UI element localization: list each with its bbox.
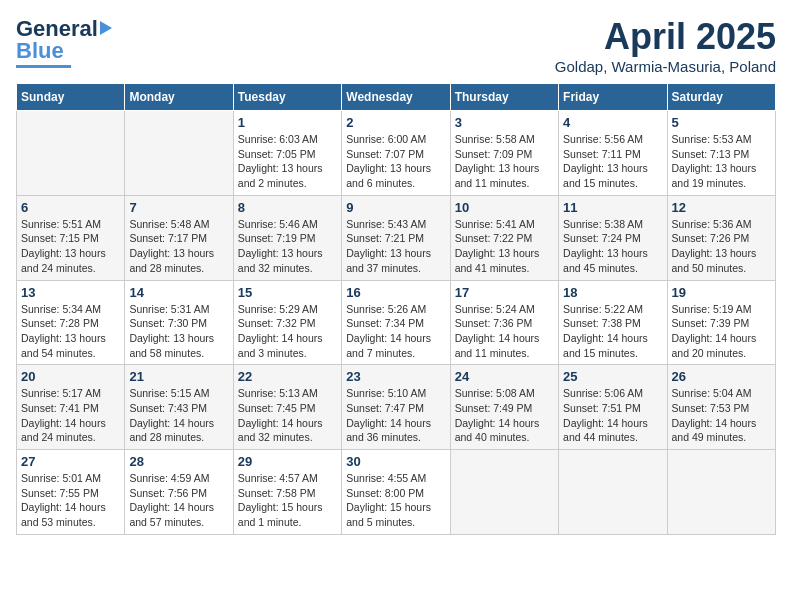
day-info: Sunrise: 5:08 AM Sunset: 7:49 PM Dayligh…	[455, 386, 554, 445]
calendar-day: 10Sunrise: 5:41 AM Sunset: 7:22 PM Dayli…	[450, 195, 558, 280]
calendar-day: 23Sunrise: 5:10 AM Sunset: 7:47 PM Dayli…	[342, 365, 450, 450]
day-info: Sunrise: 5:15 AM Sunset: 7:43 PM Dayligh…	[129, 386, 228, 445]
day-number: 24	[455, 369, 554, 384]
calendar-day: 9Sunrise: 5:43 AM Sunset: 7:21 PM Daylig…	[342, 195, 450, 280]
day-info: Sunrise: 5:46 AM Sunset: 7:19 PM Dayligh…	[238, 217, 337, 276]
day-number: 2	[346, 115, 445, 130]
day-info: Sunrise: 5:29 AM Sunset: 7:32 PM Dayligh…	[238, 302, 337, 361]
day-header-tuesday: Tuesday	[233, 84, 341, 111]
calendar-day: 8Sunrise: 5:46 AM Sunset: 7:19 PM Daylig…	[233, 195, 341, 280]
calendar-day: 25Sunrise: 5:06 AM Sunset: 7:51 PM Dayli…	[559, 365, 667, 450]
day-number: 20	[21, 369, 120, 384]
day-number: 28	[129, 454, 228, 469]
calendar-week-5: 27Sunrise: 5:01 AM Sunset: 7:55 PM Dayli…	[17, 450, 776, 535]
day-info: Sunrise: 5:31 AM Sunset: 7:30 PM Dayligh…	[129, 302, 228, 361]
day-info: Sunrise: 5:51 AM Sunset: 7:15 PM Dayligh…	[21, 217, 120, 276]
day-info: Sunrise: 5:04 AM Sunset: 7:53 PM Dayligh…	[672, 386, 771, 445]
day-number: 1	[238, 115, 337, 130]
calendar-day: 16Sunrise: 5:26 AM Sunset: 7:34 PM Dayli…	[342, 280, 450, 365]
calendar-day	[667, 450, 775, 535]
day-number: 19	[672, 285, 771, 300]
day-info: Sunrise: 5:48 AM Sunset: 7:17 PM Dayligh…	[129, 217, 228, 276]
calendar-day: 15Sunrise: 5:29 AM Sunset: 7:32 PM Dayli…	[233, 280, 341, 365]
calendar-day: 22Sunrise: 5:13 AM Sunset: 7:45 PM Dayli…	[233, 365, 341, 450]
calendar-day: 3Sunrise: 5:58 AM Sunset: 7:09 PM Daylig…	[450, 111, 558, 196]
day-number: 8	[238, 200, 337, 215]
day-info: Sunrise: 5:43 AM Sunset: 7:21 PM Dayligh…	[346, 217, 445, 276]
calendar-day: 5Sunrise: 5:53 AM Sunset: 7:13 PM Daylig…	[667, 111, 775, 196]
day-info: Sunrise: 5:56 AM Sunset: 7:11 PM Dayligh…	[563, 132, 662, 191]
calendar-day	[125, 111, 233, 196]
logo: General Blue	[16, 16, 112, 68]
day-info: Sunrise: 4:59 AM Sunset: 7:56 PM Dayligh…	[129, 471, 228, 530]
title-block: April 2025 Goldap, Warmia-Masuria, Polan…	[555, 16, 776, 75]
calendar-day	[559, 450, 667, 535]
day-info: Sunrise: 5:53 AM Sunset: 7:13 PM Dayligh…	[672, 132, 771, 191]
day-info: Sunrise: 5:06 AM Sunset: 7:51 PM Dayligh…	[563, 386, 662, 445]
day-header-wednesday: Wednesday	[342, 84, 450, 111]
location-title: Goldap, Warmia-Masuria, Poland	[555, 58, 776, 75]
day-number: 27	[21, 454, 120, 469]
calendar-day: 11Sunrise: 5:38 AM Sunset: 7:24 PM Dayli…	[559, 195, 667, 280]
day-number: 25	[563, 369, 662, 384]
day-number: 26	[672, 369, 771, 384]
day-info: Sunrise: 5:17 AM Sunset: 7:41 PM Dayligh…	[21, 386, 120, 445]
calendar-day: 21Sunrise: 5:15 AM Sunset: 7:43 PM Dayli…	[125, 365, 233, 450]
day-number: 16	[346, 285, 445, 300]
day-number: 5	[672, 115, 771, 130]
day-info: Sunrise: 6:00 AM Sunset: 7:07 PM Dayligh…	[346, 132, 445, 191]
day-header-monday: Monday	[125, 84, 233, 111]
day-number: 7	[129, 200, 228, 215]
day-info: Sunrise: 6:03 AM Sunset: 7:05 PM Dayligh…	[238, 132, 337, 191]
day-number: 17	[455, 285, 554, 300]
calendar-day: 24Sunrise: 5:08 AM Sunset: 7:49 PM Dayli…	[450, 365, 558, 450]
calendar-day: 28Sunrise: 4:59 AM Sunset: 7:56 PM Dayli…	[125, 450, 233, 535]
day-number: 4	[563, 115, 662, 130]
day-number: 9	[346, 200, 445, 215]
day-number: 13	[21, 285, 120, 300]
day-info: Sunrise: 5:24 AM Sunset: 7:36 PM Dayligh…	[455, 302, 554, 361]
calendar-day: 29Sunrise: 4:57 AM Sunset: 7:58 PM Dayli…	[233, 450, 341, 535]
day-number: 14	[129, 285, 228, 300]
day-number: 18	[563, 285, 662, 300]
day-number: 11	[563, 200, 662, 215]
calendar-day: 6Sunrise: 5:51 AM Sunset: 7:15 PM Daylig…	[17, 195, 125, 280]
logo-underline	[16, 65, 71, 68]
day-number: 22	[238, 369, 337, 384]
day-number: 3	[455, 115, 554, 130]
calendar-header-row: SundayMondayTuesdayWednesdayThursdayFrid…	[17, 84, 776, 111]
calendar-day: 7Sunrise: 5:48 AM Sunset: 7:17 PM Daylig…	[125, 195, 233, 280]
calendar-week-1: 1Sunrise: 6:03 AM Sunset: 7:05 PM Daylig…	[17, 111, 776, 196]
day-header-thursday: Thursday	[450, 84, 558, 111]
page-header: General Blue April 2025 Goldap, Warmia-M…	[16, 16, 776, 75]
calendar-day: 18Sunrise: 5:22 AM Sunset: 7:38 PM Dayli…	[559, 280, 667, 365]
day-info: Sunrise: 5:22 AM Sunset: 7:38 PM Dayligh…	[563, 302, 662, 361]
calendar-table: SundayMondayTuesdayWednesdayThursdayFrid…	[16, 83, 776, 535]
calendar-week-3: 13Sunrise: 5:34 AM Sunset: 7:28 PM Dayli…	[17, 280, 776, 365]
day-header-friday: Friday	[559, 84, 667, 111]
calendar-day: 26Sunrise: 5:04 AM Sunset: 7:53 PM Dayli…	[667, 365, 775, 450]
day-number: 21	[129, 369, 228, 384]
logo-arrow-icon	[100, 21, 112, 35]
day-info: Sunrise: 5:38 AM Sunset: 7:24 PM Dayligh…	[563, 217, 662, 276]
day-number: 15	[238, 285, 337, 300]
day-info: Sunrise: 5:36 AM Sunset: 7:26 PM Dayligh…	[672, 217, 771, 276]
calendar-day: 4Sunrise: 5:56 AM Sunset: 7:11 PM Daylig…	[559, 111, 667, 196]
day-number: 10	[455, 200, 554, 215]
calendar-day: 14Sunrise: 5:31 AM Sunset: 7:30 PM Dayli…	[125, 280, 233, 365]
calendar-day: 2Sunrise: 6:00 AM Sunset: 7:07 PM Daylig…	[342, 111, 450, 196]
day-number: 6	[21, 200, 120, 215]
day-header-sunday: Sunday	[17, 84, 125, 111]
day-info: Sunrise: 5:13 AM Sunset: 7:45 PM Dayligh…	[238, 386, 337, 445]
day-info: Sunrise: 5:26 AM Sunset: 7:34 PM Dayligh…	[346, 302, 445, 361]
calendar-day: 13Sunrise: 5:34 AM Sunset: 7:28 PM Dayli…	[17, 280, 125, 365]
calendar-day: 19Sunrise: 5:19 AM Sunset: 7:39 PM Dayli…	[667, 280, 775, 365]
calendar-day	[17, 111, 125, 196]
day-info: Sunrise: 5:41 AM Sunset: 7:22 PM Dayligh…	[455, 217, 554, 276]
day-number: 12	[672, 200, 771, 215]
month-title: April 2025	[555, 16, 776, 58]
day-number: 29	[238, 454, 337, 469]
calendar-day: 30Sunrise: 4:55 AM Sunset: 8:00 PM Dayli…	[342, 450, 450, 535]
calendar-day: 12Sunrise: 5:36 AM Sunset: 7:26 PM Dayli…	[667, 195, 775, 280]
day-number: 23	[346, 369, 445, 384]
